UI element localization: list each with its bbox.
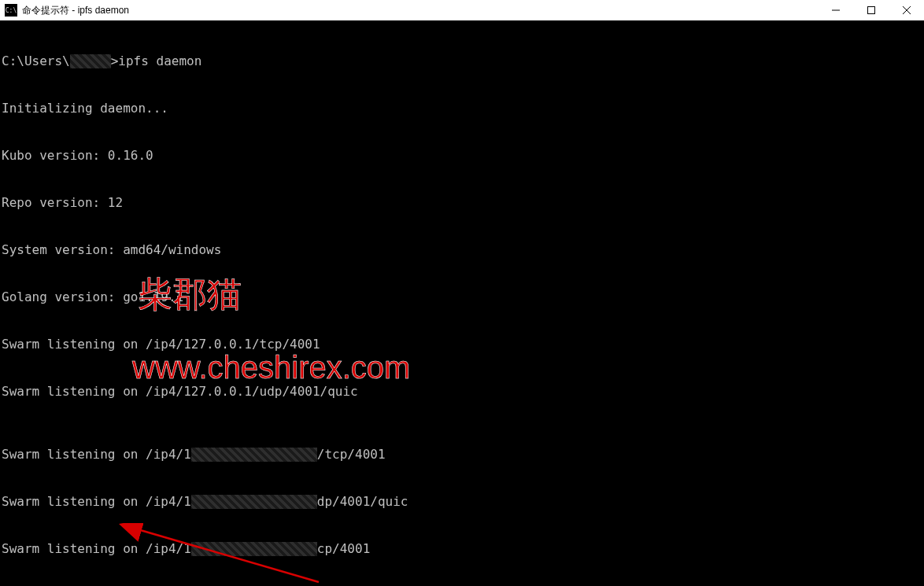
output-line: Swarm listening on /ip4/1/tcp/4001 [2,447,924,463]
close-button[interactable] [889,0,924,20]
prompt-prefix: C:\Users\ [2,53,70,68]
output-line: Swarm listening on /ip4/127.0.0.1/udp/40… [2,384,924,400]
line-suffix: dp/4001/quic [317,494,408,509]
minimize-button[interactable] [818,0,853,20]
line-prefix: Swarm listening on /ip4/1 [2,447,191,462]
redacted-ip [191,542,317,556]
line-prefix: Swarm listening on /ip4/1 [2,494,191,509]
line-prefix: Swarm listening on /ip4/1 [2,541,191,556]
output-line: Golang version: go1.19.1 [2,289,924,305]
window-titlebar: C:\ 命令提示符 - ipfs daemon [0,0,924,20]
prompt-line: C:\Users\>ipfs daemon [2,53,924,69]
prompt-suffix: >ipfs daemon [111,53,202,68]
window-controls [818,0,924,20]
line-suffix: cp/4001 [317,541,370,556]
terminal-output[interactable]: C:\Users\>ipfs daemon Initializing daemo… [0,20,924,586]
output-line: Initializing daemon... [2,101,924,116]
output-line: Kubo version: 0.16.0 [2,148,924,164]
cmd-icon: C:\ [5,4,17,17]
svg-rect-1 [867,7,874,14]
output-line: System version: amd64/windows [2,242,924,258]
redacted-user [70,54,111,68]
redacted-ip [191,495,317,509]
redacted-ip [191,448,317,462]
output-line: Swarm listening on /ip4/1dp/4001/quic [2,494,924,510]
window-title: 命令提示符 - ipfs daemon [22,4,129,17]
output-line: Swarm listening on /ip4/1cp/4001 [2,541,924,557]
maximize-button[interactable] [853,0,889,20]
output-line: Repo version: 12 [2,195,924,211]
line-suffix: /tcp/4001 [317,447,386,462]
output-line: Swarm listening on /ip4/127.0.0.1/tcp/40… [2,337,924,352]
